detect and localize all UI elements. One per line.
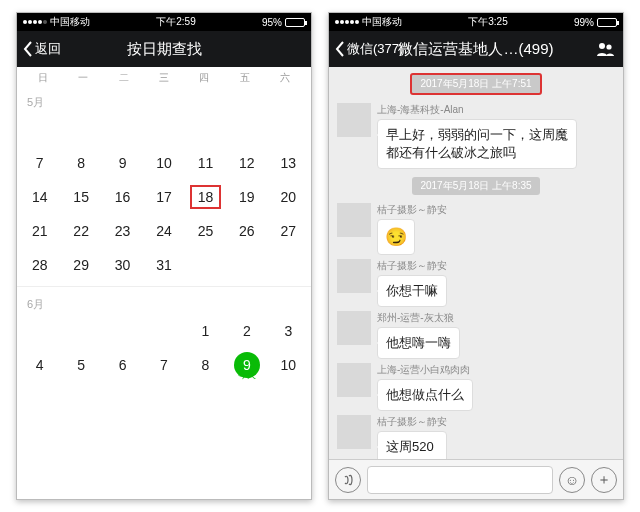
calendar-day[interactable]: 23 (102, 214, 143, 248)
battery-icon (597, 18, 617, 27)
calendar-day (143, 314, 184, 348)
back-button[interactable]: 返回 (23, 40, 61, 58)
status-bar: 中国移动 下午2:59 95% (17, 13, 311, 31)
message-bubble[interactable]: 早上好，弱弱的问一下，这周魔都还有什么破冰之旅吗 (377, 119, 577, 169)
calendar-day[interactable]: 9今天 (226, 348, 267, 382)
calendar-day[interactable]: 26 (226, 214, 267, 248)
chat-message: 桔子摄影～静安这周520 (329, 413, 623, 465)
calendar-day (226, 248, 267, 282)
battery-label: 99% (574, 17, 594, 28)
calendar-day (185, 248, 226, 282)
calendar-day[interactable]: 28 (19, 248, 60, 282)
calendar-day[interactable]: 10 (268, 348, 309, 382)
avatar[interactable] (337, 103, 371, 137)
calendar-day[interactable]: 31 (143, 248, 184, 282)
calendar-day[interactable]: 12 (226, 146, 267, 180)
calendar-day[interactable]: 19 (226, 180, 267, 214)
avatar[interactable] (337, 363, 371, 397)
message-bubble[interactable]: 他想做点什么 (377, 379, 473, 411)
chat-body[interactable]: 2017年5月18日 上午7:51 上海-海基科技-Alan早上好，弱弱的问一下… (329, 67, 623, 500)
calendar-day[interactable]: 16 (102, 180, 143, 214)
calendar-day[interactable]: 22 (60, 214, 101, 248)
calendar-day[interactable]: 24 (143, 214, 184, 248)
calendar-day[interactable]: 4 (19, 348, 60, 382)
month-label: 5月 (17, 89, 311, 112)
group-icon[interactable] (595, 39, 615, 59)
weekday-header: 日一二三四五六 (17, 67, 311, 89)
weekday-cell: 六 (265, 71, 305, 85)
calendar-day[interactable]: 14 (19, 180, 60, 214)
calendar-day[interactable]: 6 (102, 348, 143, 382)
voice-icon[interactable] (335, 467, 361, 493)
calendar-day[interactable]: 7 (143, 348, 184, 382)
carrier-label: 中国移动 (362, 15, 402, 29)
avatar[interactable] (337, 311, 371, 345)
calendar-day[interactable]: 10 (143, 146, 184, 180)
emoji-icon[interactable]: ☺ (559, 467, 585, 493)
calendar-day (60, 112, 101, 146)
calendar-day (19, 112, 60, 146)
svg-point-0 (599, 43, 605, 49)
back-label: 微信(377) (347, 40, 403, 58)
weekday-cell: 三 (144, 71, 184, 85)
weekday-cell: 日 (23, 71, 63, 85)
phone-chat: 中国移动 下午3:25 99% 微信(377) 微信运营基地人…(499) 20… (328, 12, 624, 500)
calendar-day (102, 314, 143, 348)
calendar-day (185, 112, 226, 146)
calendar-day[interactable]: 3 (268, 314, 309, 348)
calendar-day[interactable]: 1 (185, 314, 226, 348)
calendar-june[interactable]: 123456789今天10 (17, 314, 311, 382)
sticker-bubble[interactable]: 😏 (377, 219, 415, 255)
sender-label: 上海-海基科技-Alan (377, 103, 577, 117)
calendar-day[interactable]: 13 (268, 146, 309, 180)
calendar-day (60, 314, 101, 348)
battery-icon (285, 18, 305, 27)
calendar-may[interactable]: 7891011121314151617181920212223242526272… (17, 112, 311, 282)
chevron-left-icon (23, 41, 33, 57)
calendar-day[interactable]: 2 (226, 314, 267, 348)
svg-point-1 (606, 44, 611, 49)
calendar-day[interactable]: 11 (185, 146, 226, 180)
nav-bar: 微信(377) 微信运营基地人…(499) (329, 31, 623, 67)
calendar-day[interactable]: 18 (185, 180, 226, 214)
chat-message: 上海-海基科技-Alan早上好，弱弱的问一下，这周魔都还有什么破冰之旅吗 (329, 101, 623, 171)
calendar-day[interactable]: 8 (60, 146, 101, 180)
avatar[interactable] (337, 415, 371, 449)
nav-bar: 返回 按日期查找 (17, 31, 311, 67)
avatar[interactable] (337, 203, 371, 237)
avatar[interactable] (337, 259, 371, 293)
calendar-day[interactable]: 20 (268, 180, 309, 214)
plus-icon[interactable]: ＋ (591, 467, 617, 493)
status-time: 下午3:25 (468, 15, 507, 29)
chevron-left-icon (335, 41, 345, 57)
weekday-cell: 二 (104, 71, 144, 85)
message-bubble[interactable]: 他想嗨一嗨 (377, 327, 460, 359)
page-title: 按日期查找 (17, 40, 311, 59)
calendar-day (268, 112, 309, 146)
calendar-day[interactable]: 17 (143, 180, 184, 214)
phone-calendar: 中国移动 下午2:59 95% 返回 按日期查找 日一二三四五六 5月 7891… (16, 12, 312, 500)
back-label: 返回 (35, 40, 61, 58)
chat-message: 桔子摄影～静安你想干嘛 (329, 257, 623, 309)
calendar-day[interactable]: 15 (60, 180, 101, 214)
sender-label: 桔子摄影～静安 (377, 415, 447, 429)
back-button[interactable]: 微信(377) (335, 40, 403, 58)
calendar-day[interactable]: 27 (268, 214, 309, 248)
weekday-cell: 五 (224, 71, 264, 85)
chat-message: 桔子摄影～静安😏 (329, 201, 623, 257)
message-input[interactable] (367, 466, 553, 494)
sender-label: 桔子摄影～静安 (377, 203, 447, 217)
calendar-day[interactable]: 7 (19, 146, 60, 180)
status-bar: 中国移动 下午3:25 99% (329, 13, 623, 31)
message-bubble[interactable]: 你想干嘛 (377, 275, 447, 307)
calendar-day[interactable]: 9 (102, 146, 143, 180)
calendar-day[interactable]: 29 (60, 248, 101, 282)
calendar-day[interactable]: 30 (102, 248, 143, 282)
calendar-day[interactable]: 25 (185, 214, 226, 248)
calendar-day[interactable]: 5 (60, 348, 101, 382)
calendar-day[interactable]: 8 (185, 348, 226, 382)
sender-label: 桔子摄影～静安 (377, 259, 447, 273)
calendar-day[interactable]: 21 (19, 214, 60, 248)
timestamp-chip: 2017年5月18日 上午8:35 (412, 177, 539, 195)
sender-label: 上海-运营小白鸡肉肉 (377, 363, 473, 377)
